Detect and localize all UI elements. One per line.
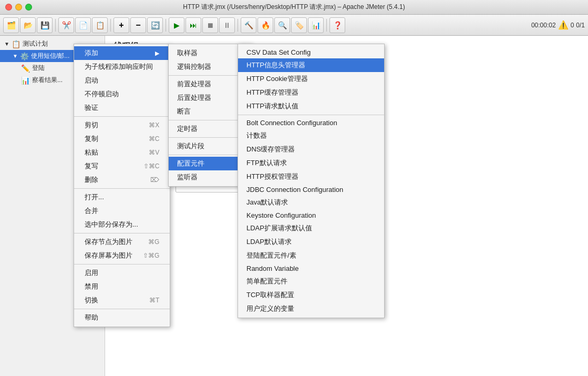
sub3-http-auth[interactable]: HTTP授权管理器 — [238, 170, 384, 184]
help-button[interactable]: ❓ — [329, 17, 345, 33]
ctx-save-node-img[interactable]: 保存节点为图片 ⌘G — [74, 235, 170, 249]
sub3-simple-config[interactable]: 简单配置元件 — [238, 275, 384, 288]
context-menu-3: CSV Data Set Config HTTP信息头管理器 HTTP Cook… — [238, 44, 385, 318]
sub3-user-vars[interactable]: 用户定义的变量 — [238, 302, 384, 316]
sub3-bolt[interactable]: Bolt Connection Configuration — [238, 117, 384, 129]
stop-button[interactable]: ⏹ — [202, 17, 218, 33]
sub3-http-defaults[interactable]: HTTP请求默认值 — [238, 99, 384, 113]
paste-button[interactable]: 📋 — [92, 17, 108, 33]
window-title: HTTP 请求.jmx (/Users/henry/Desktop/HTTP 请… — [183, 3, 405, 12]
ctx-merge[interactable]: 合并 — [74, 204, 170, 218]
sub3-login-config[interactable]: 登陆配置元件/素 — [238, 249, 384, 262]
sub3-tcp-config[interactable]: TCP取样器配置 — [238, 288, 384, 302]
sub3-jdbc[interactable]: JDBC Connection Configuration — [238, 184, 384, 196]
search-button[interactable]: 🔍 — [274, 17, 290, 33]
sub3-ldap-ext[interactable]: LDAP扩展请求默认值 — [238, 221, 384, 235]
warn-count: 0 — [571, 22, 574, 29]
ctx-sep5 — [74, 309, 170, 309]
ctx-paste[interactable]: 粘贴 ⌘V — [74, 146, 170, 159]
cut-button[interactable]: ✂️ — [58, 17, 74, 33]
maximize-button[interactable] — [25, 4, 32, 11]
ctx-delete[interactable]: 删除 ⌦ — [74, 173, 170, 187]
open-button[interactable]: 📂 — [20, 17, 36, 33]
ctx-add[interactable]: 添加 ▶ — [74, 46, 170, 60]
expand-arrow: ▼ — [4, 41, 9, 47]
ctx-copy[interactable]: 复制 ⌘C — [74, 132, 170, 146]
remove-button[interactable]: − — [130, 17, 146, 33]
tag-button[interactable]: 🏷️ — [291, 17, 307, 33]
ctx-save-selection[interactable]: 选中部分保存为... — [74, 218, 170, 231]
ctx-cut[interactable]: 剪切 ⌘X — [74, 118, 170, 132]
sub3-java-defaults[interactable]: Java默认请求 — [238, 196, 384, 209]
shutdown-button[interactable]: ⏸ — [219, 17, 235, 33]
run-no-pause-button[interactable]: ⏭ — [185, 17, 201, 33]
sep3 — [166, 19, 166, 32]
run-button[interactable]: ▶ — [169, 17, 184, 33]
sub3-sep1 — [238, 115, 384, 115]
sub3-ftp[interactable]: FTP默认请求 — [238, 156, 384, 170]
ctx-validate[interactable]: 验证 — [74, 101, 170, 115]
toolbar: 🗂️ 📂 💾 ✂️ 📄 📋 + − 🔄 ▶ ⏭ ⏹ ⏸ 🔨 🔥 🔍 🏷️ 📊 ❓… — [0, 15, 588, 36]
ctx-sep1 — [74, 116, 170, 117]
ctx-sep3 — [74, 233, 170, 233]
minimize-button[interactable] — [15, 4, 22, 11]
sub3-ldap[interactable]: LDAP默认请求 — [238, 235, 384, 249]
sidebar-item-label4: 察看结果... — [32, 76, 63, 85]
close-button[interactable] — [5, 4, 12, 11]
sidebar-item-label2: 使用短信/邮... — [31, 52, 69, 60]
copy-button[interactable]: 📄 — [75, 17, 91, 33]
timer-area: 00:00:02 ⚠️ 0 0/1 — [531, 20, 585, 30]
warning-icon: ⚠️ — [558, 20, 569, 30]
sub3-http-header[interactable]: HTTP信息头管理器 — [238, 58, 384, 72]
add-button[interactable]: + — [114, 17, 129, 33]
sub3-http-cache[interactable]: HTTP缓存管理器 — [238, 86, 384, 99]
ctx-start[interactable]: 启动 — [74, 74, 170, 87]
expand-arrow2: ▼ — [13, 53, 18, 59]
ctx-duplicate[interactable]: 复写 ⇧⌘C — [74, 159, 170, 173]
ctx-toggle[interactable]: 切换 ⌘T — [74, 293, 170, 307]
ctx-disable[interactable]: 禁用 — [74, 280, 170, 293]
sub3-random-var[interactable]: Random Variable — [238, 262, 384, 275]
ctx-start-no-pause[interactable]: 不停顿启动 — [74, 87, 170, 101]
timer-value: 00:00:02 — [531, 22, 556, 29]
title-bar: HTTP 请求.jmx (/Users/henry/Desktop/HTTP 请… — [0, 0, 588, 15]
sep5 — [326, 19, 327, 32]
sidebar-item-label: 测试计划 — [23, 39, 48, 48]
testplan-icon: 📋 — [12, 40, 20, 48]
login-icon: ✏️ — [21, 64, 30, 73]
ctx-add-resp-time[interactable]: 为子线程添加响应时间 — [74, 60, 170, 74]
ctx-save-screen-img[interactable]: 保存屏幕为图片 ⇧⌘G — [74, 249, 170, 262]
sep4 — [238, 19, 238, 32]
clear-button[interactable]: 🔨 — [241, 17, 256, 33]
window-controls — [5, 4, 32, 11]
ctx-enable[interactable]: 启用 — [74, 266, 170, 280]
sub3-csv[interactable]: CSV Data Set Config — [238, 46, 384, 58]
results-icon: 📊 — [21, 76, 30, 85]
ctx-open[interactable]: 打开... — [74, 190, 170, 204]
sub3-http-cookie[interactable]: HTTP Cookie管理器 — [238, 72, 384, 86]
sidebar-item-label3: 登陆 — [32, 64, 45, 73]
sep1 — [55, 19, 56, 32]
new-button[interactable]: 🗂️ — [3, 17, 19, 33]
save-button[interactable]: 💾 — [37, 17, 53, 33]
sub3-dns[interactable]: DNS缓存管理器 — [238, 143, 384, 156]
browse-button[interactable]: 🔄 — [147, 17, 163, 33]
sub3-keystore[interactable]: Keystore Configuration — [238, 209, 384, 221]
clear-all-button[interactable]: 🔥 — [257, 17, 273, 33]
threadgroup-icon: ⚙️ — [20, 52, 29, 60]
sep2 — [110, 19, 111, 32]
ctx-help[interactable]: 帮助 — [74, 311, 170, 324]
ctx-sep2 — [74, 188, 170, 189]
context-menu-1: 添加 ▶ 为子线程添加响应时间 启动 不停顿启动 验证 剪切 ⌘X 复制 ⌘C … — [74, 44, 170, 327]
total-count: 0/1 — [576, 22, 585, 29]
ctx-sep4 — [74, 264, 170, 265]
sub3-counter[interactable]: 计数器 — [238, 129, 384, 143]
chart-button[interactable]: 📊 — [308, 17, 324, 33]
